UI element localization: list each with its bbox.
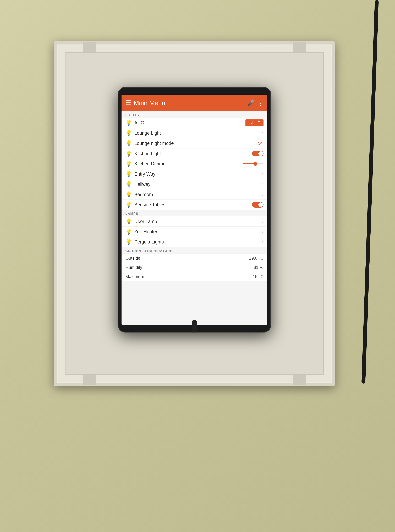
- lights-section-label: LIGHTS: [121, 111, 267, 118]
- temp-label: Outside: [125, 256, 246, 261]
- bulb-icon: 💡: [125, 140, 132, 147]
- item-control: ›: [248, 130, 263, 136]
- list-item[interactable]: 💡 Lounge Light ›: [121, 128, 267, 138]
- item-control: ›: [248, 239, 263, 245]
- temp-item: Humidity 81 %: [121, 263, 267, 272]
- temp-value: 15 °C: [253, 274, 263, 279]
- temp-item: Outside 19.0 °C: [121, 254, 267, 263]
- item-control[interactable]: [248, 202, 263, 207]
- item-control[interactable]: [243, 163, 263, 164]
- item-control: ›: [248, 171, 263, 177]
- bulb-icon: 💡: [125, 171, 132, 177]
- list-item[interactable]: 💡 Zoe Heater ›: [121, 227, 267, 237]
- more-icon[interactable]: ⋮: [257, 99, 263, 107]
- toggle-switch[interactable]: [252, 151, 263, 156]
- list-item[interactable]: 💡 Bedroom ›: [121, 189, 267, 200]
- on-status-text: ON: [258, 141, 263, 146]
- bulb-icon: 💡: [125, 201, 132, 208]
- item-label: Bedside Tables: [134, 202, 246, 207]
- temp-item: Maximum 15 °C: [121, 272, 267, 281]
- hook-top-right: [293, 42, 306, 52]
- list-item[interactable]: 💡 Bedside Tables: [121, 200, 267, 210]
- all-off-icon: 💡: [125, 120, 132, 126]
- list-item[interactable]: 💡 Kitchen Light: [121, 148, 267, 159]
- temp-label: Maximum: [125, 274, 250, 279]
- charging-cable: [192, 320, 197, 332]
- hook-top-left: [83, 42, 96, 52]
- list-item[interactable]: 💡 Pergola Lights ›: [121, 237, 267, 247]
- bulb-icon: 💡: [125, 130, 132, 136]
- all-off-row[interactable]: 💡 All Off All Off: [121, 118, 267, 128]
- bulb-icon: 💡: [125, 228, 132, 235]
- bulb-icon: 💡: [125, 239, 132, 245]
- temp-label: Humidity: [125, 265, 251, 270]
- chevron-right-icon: ›: [262, 229, 263, 234]
- list-item[interactable]: 💡 Kitchen Dimmer: [121, 159, 267, 169]
- bulb-icon: 💡: [125, 181, 132, 187]
- temp-value: 81 %: [254, 265, 264, 270]
- item-control: ›: [248, 229, 263, 234]
- chevron-right-icon: ›: [262, 219, 263, 224]
- all-off-button[interactable]: All Off: [246, 119, 263, 126]
- item-label: Lounge Light: [134, 130, 246, 136]
- item-control: ›: [248, 181, 263, 187]
- item-label: Bedroom: [134, 192, 246, 197]
- hook-bottom-right: [293, 375, 306, 385]
- tablet-screen: ☰ Main Menu 🎤 ⋮ LIGHTS 💡 All Off All Off…: [121, 95, 267, 325]
- app-header: ☰ Main Menu 🎤 ⋮: [121, 95, 267, 111]
- list-item[interactable]: 💡 Entry Way ›: [121, 169, 267, 179]
- item-label: Zoe Heater: [134, 229, 246, 234]
- item-label: Door Lamp: [134, 219, 246, 224]
- bulb-icon: 💡: [125, 161, 132, 167]
- item-label: Lounge night mode: [134, 141, 246, 146]
- list-item[interactable]: 💡 Lounge night mode ON: [121, 138, 267, 148]
- toggle-switch[interactable]: [252, 202, 263, 207]
- item-label: Entry Way: [134, 171, 246, 177]
- item-label: Hallway: [134, 182, 246, 187]
- chevron-right-icon: ›: [262, 239, 263, 245]
- header-title: Main Menu: [134, 99, 245, 107]
- bulb-icon: 💡: [125, 191, 132, 198]
- hook-bottom-left: [83, 375, 96, 385]
- toggle-knob: [258, 202, 263, 207]
- item-control[interactable]: [248, 151, 263, 156]
- dimmer-slider[interactable]: [243, 163, 263, 164]
- slider-thumb[interactable]: [253, 162, 257, 166]
- temperature-section-label: CURRENT TEMPERATURE: [121, 247, 267, 254]
- toggle-knob: [258, 151, 263, 156]
- temp-value: 19.0 °C: [249, 256, 263, 261]
- hamburger-icon[interactable]: ☰: [125, 100, 131, 106]
- item-label: Pergola Lights: [134, 239, 246, 245]
- item-label: Kitchen Dimmer: [134, 161, 241, 167]
- tablet-device: ☰ Main Menu 🎤 ⋮ LIGHTS 💡 All Off All Off…: [118, 87, 271, 332]
- list-item[interactable]: 💡 Hallway ›: [121, 179, 267, 189]
- list-item[interactable]: 💡 Door Lamp ›: [121, 216, 267, 227]
- mic-icon[interactable]: 🎤: [247, 99, 255, 107]
- bulb-icon: 💡: [125, 150, 132, 157]
- item-control: ›: [248, 192, 263, 197]
- chevron-right-icon: ›: [262, 130, 263, 136]
- bulb-icon: 💡: [125, 218, 132, 225]
- chevron-right-icon: ›: [262, 192, 263, 197]
- chevron-right-icon: ›: [262, 171, 263, 177]
- item-label: Kitchen Light: [134, 151, 246, 156]
- item-control: ›: [248, 219, 263, 224]
- chevron-right-icon: ›: [262, 181, 263, 187]
- lamps-section-label: LAMPS: [121, 210, 267, 216]
- item-control: ON: [248, 141, 263, 146]
- all-off-label: All Off: [134, 120, 243, 125]
